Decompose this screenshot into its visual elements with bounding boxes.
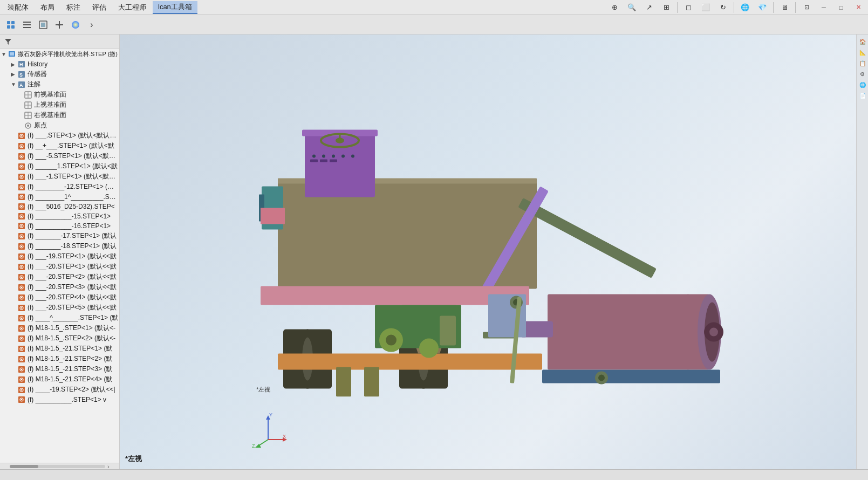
tree-item-label: (f) ___-20.STEP<2> (默认<<默 [28, 272, 117, 282]
tree-item[interactable]: (f) __________-15.STEP<1> [0, 211, 119, 221]
tree-item-label: 上视基准面 [34, 100, 66, 109]
toolbar-search-icon[interactable]: 🔍 [624, 0, 639, 15]
root-expand-arrow: ▼ [1, 51, 8, 57]
toolbar-move-icon[interactable]: ⊕ [607, 0, 622, 15]
tree-item[interactable]: (f) M18-1.5_-21.STEP<1> (默 [0, 344, 119, 354]
tree-item[interactable]: (f) ______1.STEP<1> (默认<默 [0, 161, 119, 172]
right-rulers-btn[interactable]: 📐 [858, 47, 867, 57]
toolbar-rotate-icon[interactable]: ↻ [715, 0, 730, 15]
tree-item[interactable]: ▶ H History [0, 59, 119, 69]
tree-item-icon [17, 273, 26, 282]
menu-evaluate[interactable]: 评估 [87, 2, 112, 13]
svg-point-153 [386, 335, 397, 346]
tree-item[interactable]: (f) _______-17.STEP<1> (默认 [0, 231, 119, 241]
menu-lcan[interactable]: lcan工具箱 [153, 1, 197, 14]
tree-item-label: (f) __________-16.STEP<1> [28, 222, 111, 230]
toolbar-list-btn[interactable] [19, 17, 35, 32]
tree-item[interactable]: (f) ___-20.STEP<5> (默认<<默 [0, 303, 119, 313]
tree-item[interactable]: (f) M18-1.5_-21.STEP<4> (默 [0, 374, 119, 385]
toolbar-cross-btn[interactable] [52, 17, 67, 32]
toolbar-more-btn[interactable]: › [84, 17, 99, 32]
tree-item-icon [17, 345, 26, 353]
tree-item[interactable]: (f) _______-18.STEP<1> (默认 [0, 241, 119, 251]
svg-point-163 [598, 375, 605, 381]
tree-item[interactable]: (f) M18-1.5_-21.STEP<3> (默 [0, 364, 119, 374]
toolbar-sep-3 [773, 2, 774, 13]
menu-assembly[interactable]: 装配体 [2, 2, 34, 13]
svg-point-127 [341, 155, 345, 158]
svg-point-77 [21, 276, 22, 277]
tree-item[interactable]: (f) ____-19.STEP<2> (默认<<| [0, 385, 119, 395]
main-toolbar: › [0, 15, 868, 35]
tree-item[interactable]: (f) ___-20.STEP<2> (默认<<默 [0, 272, 119, 282]
tree-item[interactable]: (f) ________-12.STEP<1> (默认 [0, 182, 119, 192]
toolbar-3d-icon[interactable]: ⬜ [698, 0, 713, 15]
svg-point-38 [21, 145, 22, 146]
status-bar [0, 469, 868, 480]
tree-item[interactable]: (f) __________-16.STEP<1> [0, 221, 119, 231]
tree-item[interactable]: (f) M18-1.5_.STEP<1> (默认<- [0, 323, 119, 333]
toolbar-clip-btn[interactable] [36, 17, 51, 32]
tree-item[interactable]: (f) M18-1.5_-21.STEP<2> (默 [0, 354, 119, 364]
toolbar-arrow-icon[interactable]: ↗ [641, 0, 657, 15]
tree-item[interactable]: (f) ___-19.STEP<1> (默认<<默 [0, 251, 119, 262]
menu-annotation[interactable]: 标注 [61, 2, 86, 13]
tree-item[interactable]: 原点 [0, 120, 119, 131]
tree-item[interactable]: (f) ____^_______.STEP<1> (默 [0, 313, 119, 323]
tree-item[interactable]: ▼ A 注解 [0, 79, 119, 90]
menu-engineer[interactable]: 大工程师 [113, 2, 152, 13]
tree-item-icon [17, 263, 26, 271]
toolbar-monitor-icon[interactable]: 🖥 [777, 0, 792, 15]
tree-item[interactable]: (f) __+___.STEP<1> (默认<默 [0, 141, 119, 151]
right-view-btn[interactable]: 🌐 [858, 80, 867, 90]
tree-item[interactable]: (f) M18-1.5_.STEP<2> (默认<- [0, 333, 119, 344]
sidebar-filter-btn[interactable] [2, 36, 14, 47]
svg-point-125 [322, 155, 325, 158]
top-right-toolbar: ⊕ 🔍 ↗ ⊞ ◻ ⬜ ↻ 🌐 💎 🖥 ⊡ ─ □ ✕ [607, 0, 866, 15]
tree-item-icon [17, 212, 26, 221]
right-settings-btn[interactable]: ⚙ [858, 69, 867, 79]
tree-item-label: (f) M18-1.5_-21.STEP<3> (默 [28, 365, 112, 374]
svg-rect-155 [440, 316, 456, 346]
toolbar-crystal-icon[interactable]: 💎 [755, 0, 770, 15]
toolbar-assembly-btn[interactable] [3, 17, 18, 32]
right-doc-btn[interactable]: 📄 [858, 91, 867, 100]
tree-item[interactable]: (f) ___-20.STEP<1> (默认<<默 [0, 262, 119, 272]
tree-item[interactable]: (f) ___-20.STEP<3> (默认<<默 [0, 282, 119, 292]
window-maximize-icon[interactable]: □ [833, 0, 849, 15]
tree-item-label: (f) _______-17.STEP<1> (默认 [28, 231, 117, 241]
tree-item[interactable]: (f) ___-5.STEP<1> (默认<默认< [0, 151, 119, 161]
toolbar-box-icon[interactable]: ⊞ [659, 0, 674, 15]
tree-item-icon [17, 252, 26, 261]
tree-item[interactable]: (f) __________.STEP<1> v [0, 395, 119, 404]
tree-root-item[interactable]: ▼ 撒石灰卧床平推机绞笼出料.STEP (撒) [0, 49, 119, 59]
svg-text:*左视: *左视 [256, 386, 270, 393]
svg-point-107 [21, 379, 22, 380]
tree-item[interactable]: 右视基准面 [0, 110, 119, 120]
toolbar-view-icon[interactable]: ◻ [681, 0, 696, 15]
right-clipboard-btn[interactable]: 📋 [858, 58, 867, 68]
svg-rect-1 [11, 21, 15, 24]
svg-point-154 [419, 339, 439, 358]
svg-rect-158 [336, 367, 351, 397]
window-close-icon[interactable]: ✕ [851, 0, 866, 15]
tree-item[interactable]: ▶ S 传感器 [0, 69, 119, 79]
menu-bar: 装配体 布局 标注 评估 大工程师 lcan工具箱 ⊕ 🔍 ↗ ⊞ ◻ ⬜ ↻ … [0, 0, 868, 15]
menu-layout[interactable]: 布局 [35, 2, 60, 13]
sidebar: ▼ 撒石灰卧床平推机绞笼出料.STEP (撒) ▶ H History ▶ S … [0, 35, 120, 469]
sidebar-hscroll[interactable]: › [0, 463, 119, 469]
tree-item[interactable]: (f) ___.STEP<1> (默认<默认_显 [0, 131, 119, 141]
toolbar-color-btn[interactable] [68, 17, 83, 32]
tree-container[interactable]: ▼ 撒石灰卧床平推机绞笼出料.STEP (撒) ▶ H History ▶ S … [0, 49, 119, 463]
tree-item[interactable]: 上视基准面 [0, 100, 119, 110]
tree-item[interactable]: (f) ___5016_D25-D32).STEP< [0, 202, 119, 211]
tree-item[interactable]: (f) ___-20.STEP<4> (默认<<默 [0, 292, 119, 303]
window-minimize-icon[interactable]: ─ [816, 0, 831, 15]
tree-item[interactable]: 前视基准面 [0, 90, 119, 100]
right-home-btn[interactable]: 🏠 [858, 37, 867, 46]
tree-item[interactable]: (f) ________1^_________.STEP [0, 192, 119, 202]
tree-item[interactable]: (f) ___-1.STEP<1> (默认<默认< [0, 172, 119, 182]
viewport[interactable]: *左视 Y X Z *左视 [120, 35, 856, 469]
toolbar-globe-icon[interactable]: 🌐 [737, 0, 753, 15]
window-restore-icon[interactable]: ⊡ [799, 0, 814, 15]
